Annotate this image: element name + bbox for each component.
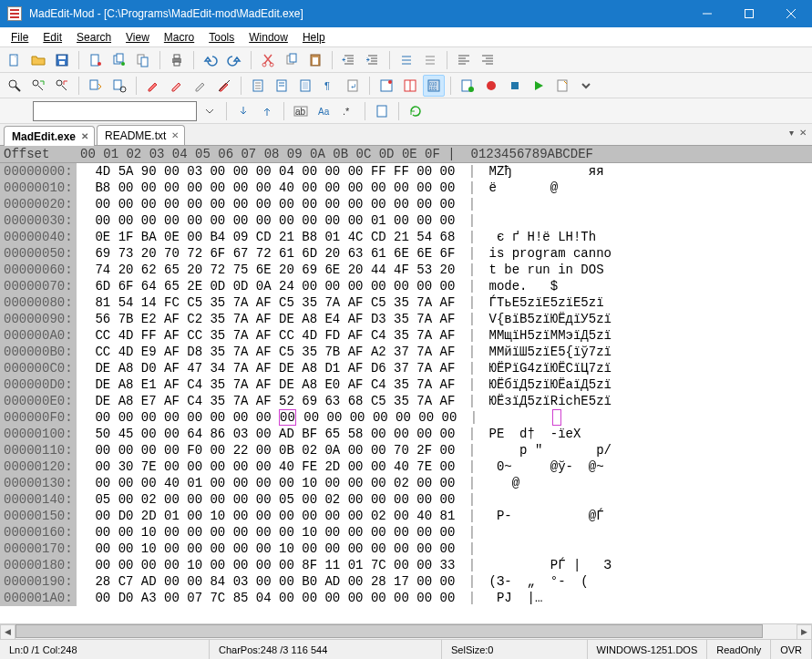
- hex-ascii[interactable]: є ґ Н!ё LН!Th: [486, 229, 597, 245]
- cut-icon[interactable]: [257, 49, 279, 71]
- highlight-2-button[interactable]: [166, 75, 188, 97]
- macro-record-button[interactable]: [480, 75, 502, 97]
- hex-bytes[interactable]: 69 73 20 70 72 6F 67 72 61 6D 20 63 61 6…: [77, 245, 459, 262]
- doc-mode-2-button[interactable]: [271, 75, 293, 97]
- hex-ascii[interactable]: is program canno: [486, 245, 612, 262]
- refresh-button[interactable]: [405, 100, 427, 122]
- cut-button[interactable]: [85, 49, 107, 71]
- copy-button[interactable]: [108, 49, 130, 71]
- show-whitespace-button[interactable]: ¶: [318, 75, 340, 97]
- hex-row[interactable]: 00000190: 28 C7 AD 00 00 84 03 00 00 B0 …: [0, 573, 812, 590]
- doc-mode-3-button[interactable]: [294, 75, 316, 97]
- regex-button[interactable]: .*: [337, 100, 359, 122]
- tab-close-button[interactable]: ✕: [171, 130, 179, 140]
- search-down-button[interactable]: [232, 100, 254, 122]
- hex-ascii[interactable]: [486, 212, 604, 229]
- hex-row[interactable]: 000000E0: DE A8 E7 AF C4 35 7A AF 52 69 …: [0, 393, 812, 409]
- hex-row[interactable]: 00000040: 0E 1F BA 0E 00 B4 09 CD 21 B8 …: [0, 229, 812, 245]
- find-prev-button[interactable]: [51, 75, 73, 97]
- hex-ascii[interactable]: РЃ | З: [486, 557, 612, 573]
- match-case-button[interactable]: Aa: [313, 100, 335, 122]
- tab-close-all[interactable]: ✕: [797, 128, 808, 138]
- print-button[interactable]: [166, 49, 188, 71]
- hex-bytes[interactable]: 00 00 10 00 00 00 00 00 10 00 00 00 00 0…: [77, 541, 459, 557]
- hex-bytes[interactable]: 00 00 00 00 00 00 00 00 00 00 00 00 01 0…: [77, 212, 459, 229]
- search-dropdown-button[interactable]: [199, 100, 221, 122]
- hex-row[interactable]: 00000000: 4D 5A 90 00 03 00 00 00 04 00 …: [0, 163, 812, 180]
- hex-bytes[interactable]: 00 00 10 00 00 00 00 00 00 10 00 00 00 0…: [77, 524, 459, 541]
- highlight-3-button[interactable]: [213, 75, 235, 97]
- hex-row[interactable]: 00000010: B8 00 00 00 00 00 00 00 40 00 …: [0, 180, 812, 196]
- menu-window[interactable]: Window: [242, 29, 295, 46]
- hex-ascii[interactable]: ММйїШ5zїЕ5{їў7zї: [486, 344, 612, 360]
- hex-row[interactable]: 00000180: 00 00 00 00 10 00 00 00 00 8F …: [0, 557, 812, 573]
- hex-bytes[interactable]: 6D 6F 64 65 2E 0D 0D 0A 24 00 00 00 00 0…: [77, 278, 459, 294]
- scroll-thumb[interactable]: [15, 624, 763, 638]
- hex-row[interactable]: 00000090: 56 7B E2 AF C2 35 7A AF DE A8 …: [0, 311, 812, 327]
- close-button[interactable]: [770, 0, 812, 27]
- scroll-left-button[interactable]: ◀: [0, 624, 15, 640]
- maximize-button[interactable]: [728, 0, 770, 27]
- indent-right-button[interactable]: [362, 49, 384, 71]
- align-left-button[interactable]: [453, 49, 475, 71]
- tab-list-dropdown[interactable]: ▾: [787, 128, 796, 138]
- hex-row[interactable]: 00000130: 00 00 00 40 01 00 00 00 00 10 …: [0, 475, 812, 491]
- hex-row[interactable]: 00000110: 00 00 00 00 F0 00 22 00 0B 02 …: [0, 442, 812, 458]
- hex-row[interactable]: 00000120: 00 30 7E 00 00 00 00 00 40 FE …: [0, 458, 812, 475]
- hex-row[interactable]: 00000170: 00 00 10 00 00 00 00 00 10 00 …: [0, 541, 812, 557]
- hex-ascii[interactable]: (З- „ °- (: [486, 573, 620, 590]
- menu-view[interactable]: View: [118, 29, 157, 46]
- hex-ascii[interactable]: MZђ яя: [486, 163, 620, 180]
- hex-bytes[interactable]: 74 20 62 65 20 72 75 6E 20 69 6E 20 44 4…: [77, 262, 459, 278]
- hex-ascii[interactable]: [486, 541, 604, 557]
- hex-bytes[interactable]: 81 54 14 FC C5 35 7A AF C5 35 7A AF C5 3…: [77, 294, 459, 311]
- hex-bytes[interactable]: DE A8 D0 AF 47 34 7A AF DE A8 D1 AF D6 3…: [77, 360, 459, 376]
- hex-row[interactable]: 00000160: 00 00 10 00 00 00 00 00 00 10 …: [0, 524, 812, 541]
- tab-madedit-exe[interactable]: MadEdit.exe✕: [4, 126, 95, 146]
- hex-ascii[interactable]: ЮЁбїД5zїЮЁаїД5zї: [486, 376, 612, 393]
- menu-file[interactable]: File: [4, 29, 36, 46]
- hex-row[interactable]: 00000050: 69 73 20 70 72 6F 67 72 61 6D …: [0, 245, 812, 262]
- status-ovr[interactable]: OVR: [771, 640, 812, 659]
- hex-row[interactable]: 00000020: 00 00 00 00 00 00 00 00 00 00 …: [0, 196, 812, 212]
- menu-edit[interactable]: Edit: [36, 29, 69, 46]
- hex-bytes[interactable]: 50 45 00 00 64 86 03 00 AD BF 65 58 00 0…: [77, 426, 459, 442]
- hex-row[interactable]: 000000D0: DE A8 E1 AF C4 35 7A AF DE A8 …: [0, 376, 812, 393]
- hex-ascii[interactable]: ЮЁРїG4zїЮЁСїЦ7zї: [486, 360, 612, 376]
- hex-row[interactable]: 000000A0: CC 4D FF AF CC 35 7A AF CC 4D …: [0, 327, 812, 344]
- hex-row[interactable]: 000000C0: DE A8 D0 AF 47 34 7A AF DE A8 …: [0, 360, 812, 376]
- hex-ascii[interactable]: р " p/: [486, 442, 620, 458]
- hex-row[interactable]: 000000F0: 00 00 00 00 00 00 00 00 00 00 …: [0, 409, 812, 426]
- hex-ascii[interactable]: [486, 491, 597, 508]
- hex-bytes[interactable]: 00 00 00 00 10 00 00 00 00 8F 11 01 7C 0…: [77, 557, 459, 573]
- macro-play-button[interactable]: [457, 75, 478, 97]
- hex-bytes[interactable]: 00 D0 A3 00 07 7C 85 04 00 00 00 00 00 0…: [77, 590, 459, 606]
- hex-bytes[interactable]: 0E 1F BA 0E 00 B4 09 CD 21 B8 01 4C CD 2…: [77, 229, 459, 245]
- hex-bytes[interactable]: CC 4D FF AF CC 35 7A AF CC 4D FD AF C4 3…: [77, 327, 459, 344]
- tab-readme-txt[interactable]: README.txt✕: [97, 125, 185, 145]
- copy-icon-button[interactable]: [281, 49, 303, 71]
- hex-bytes[interactable]: DE A8 E1 AF C4 35 7A AF DE A8 E0 AF C4 3…: [77, 376, 459, 393]
- menu-search[interactable]: Search: [69, 29, 118, 46]
- hex-bytes[interactable]: CC 4D E9 AF D8 35 7A AF C5 35 7B AF A2 3…: [77, 344, 459, 360]
- hex-ascii[interactable]: ЃTьЕ5zїЕ5zїЕ5zї: [486, 294, 604, 311]
- hex-row[interactable]: 00000080: 81 54 14 FC C5 35 7A AF C5 35 …: [0, 294, 812, 311]
- redo-button[interactable]: [223, 49, 245, 71]
- hex-row[interactable]: 000001A0: 00 D0 A3 00 07 7C 85 04 00 00 …: [0, 590, 812, 606]
- find-all-button[interactable]: [371, 100, 393, 122]
- indent-left-button[interactable]: [338, 49, 360, 71]
- show-lineend-button[interactable]: ⤶: [342, 75, 364, 97]
- hex-row[interactable]: 00000070: 6D 6F 64 65 2E 0D 0D 0A 24 00 …: [0, 278, 812, 294]
- quick-search-input[interactable]: [33, 101, 197, 121]
- paste-button[interactable]: [132, 49, 154, 71]
- macro-edit-button[interactable]: [551, 75, 573, 97]
- status-encoding[interactable]: WINDOWS-1251.DOS: [588, 640, 708, 659]
- new-file-button[interactable]: [4, 49, 26, 71]
- whole-word-button[interactable]: ab: [290, 100, 312, 122]
- hex-row[interactable]: 00000140: 05 00 02 00 00 00 00 00 05 00 …: [0, 491, 812, 508]
- doc-mode-1-button[interactable]: [247, 75, 269, 97]
- hex-row[interactable]: 000000B0: CC 4D E9 AF D8 35 7A AF C5 35 …: [0, 344, 812, 360]
- text-mode-button[interactable]: [375, 75, 397, 97]
- uncomment-button[interactable]: [419, 49, 441, 71]
- scroll-right-button[interactable]: ▶: [797, 624, 812, 640]
